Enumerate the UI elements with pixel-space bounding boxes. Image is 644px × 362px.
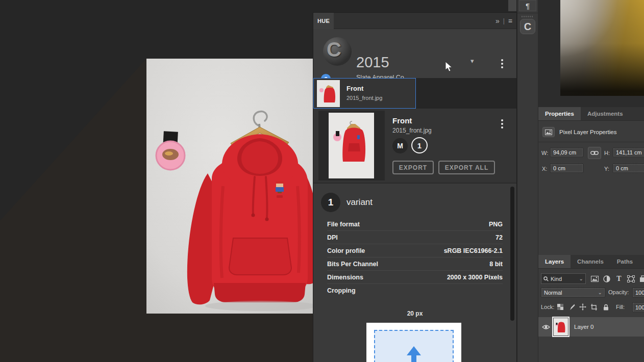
row-label: Cropping xyxy=(327,287,356,294)
panel-dock-strip: ¶ C xyxy=(517,0,538,362)
chevron-down-icon: ⌄ xyxy=(579,276,583,281)
row-label: Color profile xyxy=(327,247,365,254)
variant-count-badge[interactable]: 1 xyxy=(411,137,428,153)
gradient-image-preview[interactable] xyxy=(560,0,644,96)
blend-mode-row: Normal ⌄ Opacity: 100% xyxy=(538,288,644,298)
row-value: 8 bit xyxy=(489,261,503,268)
tab-adjustments[interactable]: Adjustments xyxy=(581,107,630,120)
kind-filter-dropdown[interactable]: Kind ⌄ xyxy=(541,273,586,284)
y-label: Y: xyxy=(604,166,609,172)
row-label: Dimensions xyxy=(327,274,363,281)
asset-filename: 2015_front.jpg xyxy=(346,95,382,101)
panel-subtitle: Pixel Layer Properties xyxy=(559,129,617,135)
table-row: Color profile sRGB IEC61966-2.1 xyxy=(327,244,503,257)
hue-plugin-icon[interactable]: C xyxy=(520,19,535,34)
crop-padding-caption: 20 px xyxy=(313,310,516,317)
divider xyxy=(517,13,538,13)
tab-layers[interactable]: Layers xyxy=(538,255,571,268)
filter-shape-layers-icon[interactable] xyxy=(626,274,635,283)
product-header: C 2 2015 Slate Apparel Co. HG7699 ▾ xyxy=(313,29,516,78)
fill-field[interactable]: 100% xyxy=(632,302,644,312)
row-value: 72 xyxy=(496,234,503,241)
variant-section: 1 variant File format PNG DPI 72 Color p… xyxy=(313,183,516,362)
tab-hue[interactable]: HUE xyxy=(313,13,334,29)
blend-mode-dropdown[interactable]: Normal ⌄ xyxy=(541,288,605,297)
detail-thumbnail[interactable] xyxy=(329,113,374,178)
row-label: DPI xyxy=(327,234,338,241)
lock-label: Lock: xyxy=(541,304,554,310)
fill-label: Fill: xyxy=(616,304,625,310)
lock-position-icon[interactable] xyxy=(578,302,587,312)
panel-bar-icons: » | ≡ xyxy=(496,13,512,29)
lock-transparency-icon[interactable] xyxy=(556,302,565,312)
properties-tabbar: Properties Adjustments xyxy=(538,107,644,121)
arrow-up-icon xyxy=(405,345,423,362)
collapse-panel-icon[interactable]: » xyxy=(496,17,500,25)
properties-panel: Properties Adjustments Pixel Layer Prope… xyxy=(538,107,644,255)
chain-link-icon xyxy=(590,150,599,156)
export-all-button[interactable]: EXPORT ALL xyxy=(438,161,495,174)
chevron-down-icon: ⌄ xyxy=(598,290,602,295)
document-photo[interactable] xyxy=(146,59,313,314)
table-row: Dimensions 2000 x 3000 Pixels xyxy=(327,271,503,284)
paragraph-panel-icon[interactable]: ¶ xyxy=(519,0,536,11)
lock-all-icon[interactable] xyxy=(601,302,610,312)
variant-heading: variant xyxy=(346,197,373,208)
lock-paint-icon[interactable] xyxy=(567,302,576,312)
link-dimensions-button[interactable] xyxy=(588,147,601,159)
filter-adjustment-layers-icon[interactable] xyxy=(602,274,611,283)
variant-detail-table: File format PNG DPI 72 Color profile sRG… xyxy=(327,218,503,297)
crop-preview-card xyxy=(366,323,461,362)
row-value: PNG xyxy=(489,221,503,228)
opacity-field[interactable]: 100% xyxy=(632,288,644,297)
x-field[interactable]: 0 cm xyxy=(550,164,583,173)
bar-separator: | xyxy=(503,17,505,24)
panel-scrollbar-thumb[interactable] xyxy=(510,187,514,321)
hue-panel-tabbar: HUE » | ≡ xyxy=(313,13,516,29)
variant-number-badge: 1 xyxy=(321,193,340,212)
row-value: sRGB IEC61966-2.1 xyxy=(444,247,503,254)
divider xyxy=(538,142,644,142)
export-button[interactable]: EXPORT xyxy=(392,161,434,174)
right-panel-column: Properties Adjustments Pixel Layer Prope… xyxy=(538,0,644,362)
filter-smart-objects-icon[interactable] xyxy=(638,274,644,283)
filter-type-layers-icon[interactable]: T xyxy=(614,274,624,283)
search-icon xyxy=(543,276,549,281)
table-row: Cropping xyxy=(327,284,503,297)
row-value: 2000 x 3000 Pixels xyxy=(447,274,503,281)
master-badge[interactable]: M xyxy=(392,138,408,153)
asset-title: Front xyxy=(346,85,363,92)
tab-paths[interactable]: Paths xyxy=(610,255,639,268)
chevron-down-icon[interactable]: ▾ xyxy=(470,57,474,65)
hue-plugin-panel: HUE » | ≡ C 2 2015 Slate Apparel Co. HG7… xyxy=(313,12,517,362)
tab-channels[interactable]: Channels xyxy=(571,255,610,268)
width-label: W: xyxy=(541,150,548,156)
blend-mode-value: Normal xyxy=(544,290,598,296)
kind-filter-label: Kind xyxy=(551,276,577,282)
asset-detail-card: Front 2015_front.jpg M 1 EXPORT EXPORT A… xyxy=(313,109,516,183)
lock-row: Lock: Fill: xyxy=(538,302,644,313)
filter-pixel-layers-icon[interactable] xyxy=(590,274,599,283)
height-field[interactable]: 141,11 cm xyxy=(613,148,644,157)
hoodie-photo-graphic xyxy=(146,59,313,314)
lock-artboard-icon[interactable] xyxy=(589,302,599,312)
layers-tabbar: Layers Channels Paths xyxy=(538,255,644,269)
detail-kebab-menu-icon[interactable] xyxy=(501,118,503,130)
asset-list-item-front[interactable]: Front 2015_front.jpg xyxy=(313,78,416,109)
layer-row-layer0[interactable]: Layer 0 xyxy=(538,317,644,337)
y-field[interactable]: 0 cm xyxy=(613,164,644,173)
opacity-label: Opacity: xyxy=(608,289,629,295)
asset-thumbnail xyxy=(317,80,340,107)
row-label: Bits Per Channel xyxy=(327,261,378,268)
mouse-cursor xyxy=(445,61,453,72)
layer-visibility-toggle[interactable] xyxy=(538,324,554,330)
detail-filename: 2015_front.jpg xyxy=(392,127,432,134)
product-kebab-menu-icon[interactable] xyxy=(501,58,503,70)
tab-properties[interactable]: Properties xyxy=(538,107,581,120)
layer-filter-row: Kind ⌄ T xyxy=(538,273,644,285)
table-row: File format PNG xyxy=(327,218,503,231)
width-field[interactable]: 94,09 cm xyxy=(550,148,583,157)
layer-thumbnail[interactable] xyxy=(554,318,568,335)
layers-panel: Layers Channels Paths Kind ⌄ T xyxy=(538,255,644,362)
panel-menu-icon[interactable]: ≡ xyxy=(508,17,512,25)
